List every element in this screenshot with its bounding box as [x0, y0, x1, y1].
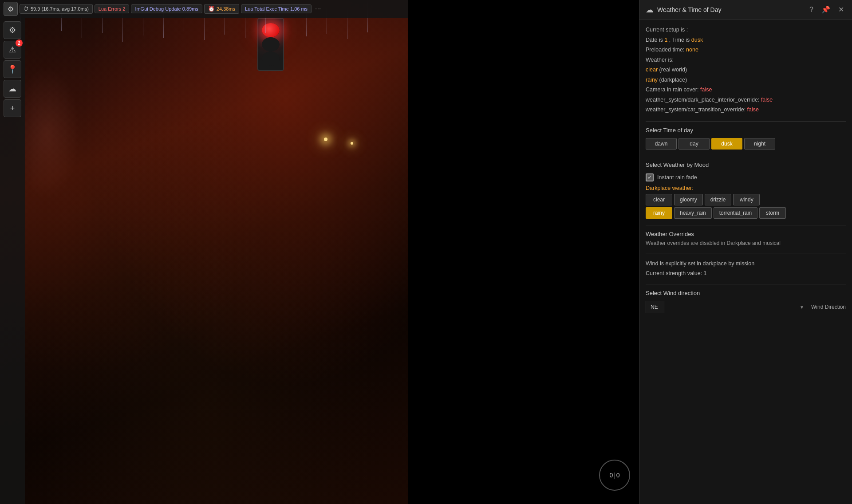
date-value: 1	[664, 37, 667, 43]
time-label: , Time is	[669, 37, 690, 43]
weather-panel: ☁ Weather & Time of Day ? 📌 ✕ Current se…	[639, 0, 852, 504]
time-icon: ⏰	[208, 6, 215, 12]
divider-1	[646, 121, 846, 122]
imgui-stat: ImGui Debug Update 0.89ms	[131, 4, 202, 13]
game-viewport	[0, 0, 408, 504]
rain-effect	[0, 0, 408, 504]
sidebar-alert-button[interactable]: ⚠ 2	[4, 41, 21, 59]
preloaded-label: Preloaded time:	[646, 47, 685, 53]
weather-mood-block: Select Weather by Mood ✓ Instant rain fa…	[646, 161, 846, 219]
sidebar-add-button[interactable]: +	[4, 99, 21, 117]
wind-direction-select-wrapper: N NE E SE S SW W NW	[646, 301, 808, 313]
time-of-day-block: Select Time of day dawn day dusk night	[646, 127, 846, 150]
tod-night-button[interactable]: night	[744, 138, 775, 150]
weather-mood-title: Select Weather by Mood	[646, 161, 846, 168]
weather-storm-button[interactable]: storm	[759, 207, 786, 219]
wind-info-1: Wind is explicitly set in darkplace by m…	[646, 260, 754, 267]
sidebar-gear-icon: ⚙	[9, 25, 16, 35]
gear-icon: ⚙	[8, 5, 14, 13]
dial-separator: |	[614, 472, 615, 479]
weather-torrential-button[interactable]: torrential_rain	[714, 207, 757, 219]
panel-cloud-icon: ☁	[646, 5, 654, 15]
cloud-icon: ☁	[8, 84, 16, 94]
exec-time-stat: ⏰ 24.38ms	[204, 4, 239, 14]
sidebar-gear-button[interactable]: ⚙	[4, 21, 21, 39]
plus-icon: +	[10, 104, 15, 113]
wind-direction-select[interactable]: N NE E SE S SW W NW	[646, 301, 664, 313]
car-override-line: weather_system/car_transition_override: …	[646, 105, 846, 115]
dial-value-1: 0	[609, 472, 613, 479]
toolbar: ⚙ ⏱ 59.9 (16.7ms, avg 17.0ms) Lua Errors…	[0, 0, 408, 18]
instant-rain-fade-label: Instant rain fade	[657, 174, 697, 181]
sidebar-pin-button[interactable]: 📍	[4, 60, 21, 78]
panel-help-button[interactable]: ?	[808, 5, 815, 15]
alert-badge: 2	[16, 39, 23, 47]
dial-values: 0 | 0	[609, 472, 619, 479]
panel-title-area: ☁ Weather & Time of Day	[646, 5, 721, 15]
divider-4	[646, 253, 846, 253]
fps-icon: ⏱	[24, 6, 29, 12]
date-label: Date is	[646, 37, 663, 43]
weather-heavy-rain-button[interactable]: heavy_rain	[674, 207, 712, 219]
instant-rain-fade-row: ✓ Instant rain fade	[646, 173, 846, 181]
overrides-description: Weather overrides are disabled in Darkpl…	[646, 239, 846, 248]
sidebar-cloud-button[interactable]: ☁	[4, 80, 21, 98]
pin-icon: 📍	[8, 64, 17, 74]
panel-content: Current setup is : Date is 1 , Time is d…	[639, 20, 852, 319]
exec-time-value: 24.38ms	[217, 6, 235, 12]
weather-clear-button[interactable]: clear	[646, 194, 672, 205]
alert-icon: ⚠	[9, 45, 16, 55]
toolbar-gear-button[interactable]: ⚙	[4, 2, 18, 16]
checkbox-check-icon: ✓	[647, 174, 652, 181]
current-setup-block: Current setup is : Date is 1 , Time is d…	[646, 25, 846, 115]
toolbar-more-button[interactable]: ···	[313, 3, 323, 15]
divider-2	[646, 156, 846, 156]
camera-value: false	[700, 87, 712, 93]
interior-value: false	[761, 97, 773, 103]
panel-pin-button[interactable]: 📌	[820, 4, 832, 15]
weather-rainy-line: rainy (darkplace)	[646, 75, 846, 85]
weather-is-line: Weather is:	[646, 55, 846, 65]
weather-clear-line: clear (real world)	[646, 65, 846, 75]
weather-clear-value: clear	[646, 67, 658, 73]
weather-windy-button[interactable]: windy	[733, 194, 760, 205]
weather-is-label: Weather is:	[646, 57, 674, 63]
wind-direction-label: Wind Direction	[811, 304, 846, 310]
wind-mission-line: Wind is explicitly set in darkplace by m…	[646, 259, 846, 269]
date-time-line: Date is 1 , Time is dusk	[646, 35, 846, 45]
current-setup-line: Current setup is :	[646, 25, 846, 35]
weather-real-world: (real world)	[659, 67, 687, 73]
lua-total-label: Lua Total Exec Time 1.06 ms	[245, 6, 308, 12]
panel-close-button[interactable]: ✕	[836, 4, 846, 15]
wind-block: Wind is explicitly set in darkplace by m…	[646, 259, 846, 313]
tod-day-button[interactable]: day	[678, 138, 710, 150]
panel-title: Weather & Time of Day	[657, 6, 721, 13]
preloaded-value: none	[686, 47, 698, 53]
weather-gloomy-button[interactable]: gloomy	[674, 194, 703, 205]
bottom-dial: 0 | 0	[599, 460, 635, 495]
lua-errors-stat: Lua Errors 2	[95, 4, 130, 13]
current-setup-text: Current setup is :	[646, 27, 688, 33]
weather-rainy-value: rainy	[646, 77, 658, 83]
camera-rain-line: Camera in rain cover: false	[646, 85, 846, 95]
darkplace-weather-label: Darkplace weather:	[646, 185, 846, 191]
wind-direction-title: Select Wind direction	[646, 290, 846, 296]
interior-override-line: weather_system/dark_place_interior_overr…	[646, 95, 846, 105]
tod-dusk-button[interactable]: dusk	[711, 138, 742, 150]
wind-info-2: Current strength value: 1	[646, 270, 707, 276]
instant-rain-fade-checkbox[interactable]: ✓	[646, 173, 654, 181]
imgui-label: ImGui Debug Update 0.89ms	[135, 6, 198, 12]
tod-dawn-button[interactable]: dawn	[646, 138, 677, 150]
time-of-day-title: Select Time of day	[646, 127, 846, 134]
sidebar: ⚙ ⚠ 2 📍 ☁ +	[0, 18, 25, 504]
overrides-title: Weather Overrides	[646, 231, 846, 237]
weather-drizzle-button[interactable]: drizzle	[705, 194, 732, 205]
lua-total-stat: Lua Total Exec Time 1.06 ms	[241, 4, 312, 13]
weather-rainy-button[interactable]: rainy	[646, 207, 672, 219]
camera-label: Camera in rain cover:	[646, 87, 699, 93]
weather-buttons-row1: clear gloomy drizzle windy	[646, 194, 846, 205]
interior-label: weather_system/dark_place_interior_overr…	[646, 97, 759, 103]
time-of-day-buttons: dawn day dusk night	[646, 138, 846, 150]
panel-controls: ? 📌 ✕	[808, 4, 846, 15]
dial-circle: 0 | 0	[599, 460, 630, 491]
